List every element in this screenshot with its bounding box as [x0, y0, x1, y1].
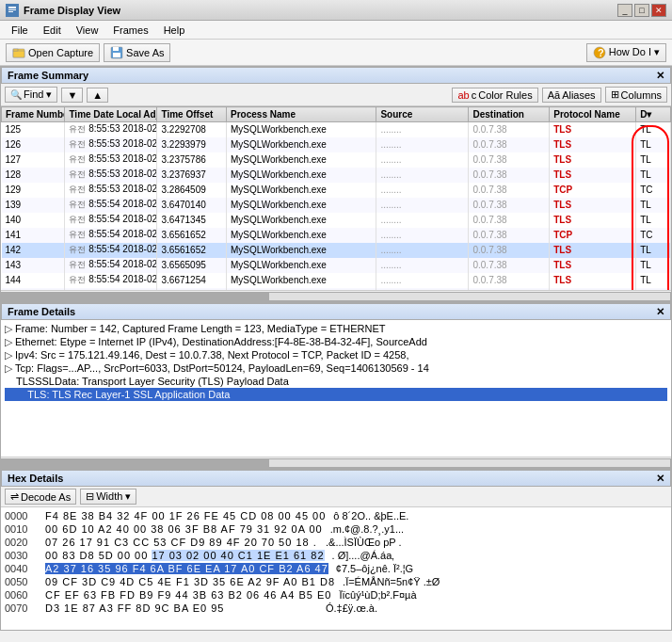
scrollbar-thumb[interactable] — [2, 293, 269, 300]
color-rules-button[interactable]: abc Color Rules — [452, 88, 537, 103]
col-header-protocol[interactable]: Protocol Name — [550, 107, 636, 122]
titlebar: Frame Display View _ □ ✕ — [0, 0, 672, 21]
cell-offset: 3.6471345 — [157, 213, 227, 228]
table-row[interactable]: 142 유전 8:55:54 2018-02-27 3.6561652 MySQ… — [2, 243, 671, 258]
table-row[interactable]: 125 유전 8:55:53 2018-02-27 3.2292708 MySQ… — [2, 122, 671, 137]
table-row[interactable]: 143 유전 8:55:54 2018-02-27 3.6565095 MySQ… — [2, 258, 671, 273]
expand-icon[interactable]: ▷ — [5, 362, 12, 375]
col-header-destination[interactable]: Destination — [469, 107, 550, 122]
expand-icon[interactable]: ▷ — [5, 349, 12, 361]
svg-rect-2 — [8, 9, 16, 10]
hex-line: 0030 00 83 D8 5D 00 00 17 03 02 00 40 C1… — [5, 549, 667, 562]
hex-bytes: F4 8E 38 B4 32 4F 00 1F 26 FE 45 CD 08 0… — [45, 510, 326, 522]
save-as-button[interactable]: Save As — [104, 43, 170, 62]
table-header-row: Frame Number Time Date Local Adjusted Ti… — [2, 107, 671, 122]
col-header-offset[interactable]: Time Offset — [157, 107, 227, 122]
frame-detail-line[interactable]: TLSSSLData: Transport Layer Security (TL… — [5, 375, 667, 388]
table-row[interactable]: 139 유전 8:55:54 2018-02-27 3.6470140 MySQ… — [2, 198, 671, 213]
find-icon: 🔍 — [10, 89, 22, 100]
menu-view[interactable]: View — [69, 23, 106, 38]
table-row[interactable]: 140 유전 8:55:54 2018-02-27 3.6471345 MySQ… — [2, 213, 671, 228]
aliases-button[interactable]: Aā Aliases — [542, 88, 601, 103]
frame-details-close[interactable]: ✕ — [656, 306, 664, 318]
cell-destination: 0.0.7.38 — [469, 137, 550, 152]
frame-details-header: Frame Details ✕ — [1, 303, 671, 320]
hex-details-close[interactable]: ✕ — [656, 473, 664, 485]
hex-ascii: ô 8´2O.. &þE..E. — [333, 510, 408, 522]
fd-scrollbar-thumb[interactable] — [2, 459, 269, 467]
table-row[interactable]: 141 유전 8:55:54 2018-02-27 3.6561652 MySQ… — [2, 228, 671, 243]
frame-summary-panel: Frame Summary ✕ 🔍 Find ▾ ▼ ▲ abc Color R… — [0, 66, 672, 302]
columns-button[interactable]: ⊞ Columns — [605, 87, 667, 103]
cell-frame-number: 139 — [2, 198, 65, 213]
hex-line: 0070 D3 1E 87 A3 FF 8D 9C BA E0 95 Ó.‡£ÿ… — [5, 602, 667, 615]
table-row[interactable]: 129 유전 8:55:53 2018-02-27 3.2864509 MySQ… — [2, 183, 671, 198]
cell-destination: 0.0.7.38 — [469, 243, 550, 258]
find-button[interactable]: 🔍 Find ▾ — [5, 87, 57, 103]
col-header-source[interactable]: Source — [376, 107, 469, 122]
frame-detail-text: Ethernet: Etype = Internet IP (IPv4), De… — [15, 336, 427, 347]
hex-line: 0060 CF EF 63 FB FD B9 F9 44 3B 63 B2 06… — [5, 588, 667, 602]
hex-bytes: D3 1E 87 A3 FF 8D 9C BA E0 95 — [45, 602, 318, 614]
cell-process: MySQLWorkbench.exe — [227, 273, 376, 288]
hex-content[interactable]: 0000 F4 8E 38 B4 32 4F 00 1F 26 FE 45 CD… — [1, 507, 671, 630]
frame-detail-line[interactable]: ▷Ethernet: Etype = Internet IP (IPv4), D… — [5, 335, 667, 348]
cell-offset: 3.6676044 — [157, 288, 227, 291]
hex-ascii: ¢7.5–ôj¿nê. Ï².¦G — [336, 563, 413, 574]
how-do-i-button[interactable]: ? How Do I ▾ — [586, 43, 666, 62]
expand-icon[interactable]: ▷ — [5, 336, 12, 348]
open-capture-button[interactable]: Open Capture — [6, 43, 100, 62]
cell-frame-number: 144 — [2, 273, 65, 288]
minimize-button[interactable]: _ — [617, 4, 632, 17]
frame-detail-line[interactable]: ▷Tcp: Flags=...AP..., SrcPort=6033, DstP… — [5, 361, 667, 375]
menu-help[interactable]: Help — [156, 23, 193, 38]
cell-info: TL — [636, 288, 671, 291]
fd-scrollbar-track[interactable] — [1, 458, 671, 468]
restore-button[interactable]: □ — [634, 4, 649, 17]
hex-ascii: Ó.‡£ÿ.œ.à. — [326, 602, 377, 614]
frame-detail-line[interactable]: ▷Ipv4: Src = 175.121.49.146, Dest = 10.0… — [5, 348, 667, 361]
col-header-process[interactable]: Process Name — [227, 107, 376, 122]
horizontal-scrollbar[interactable] — [1, 290, 671, 301]
cell-protocol: TLS — [550, 122, 636, 137]
close-button[interactable]: ✕ — [651, 4, 666, 17]
cell-frame-number: 126 — [2, 137, 65, 152]
cell-frame-number: 142 — [2, 243, 65, 258]
col-header-time[interactable]: Time Date Local Adjusted — [65, 107, 157, 122]
table-row[interactable]: 126 유전 8:55:53 2018-02-27 3.2293979 MySQ… — [2, 137, 671, 152]
hex-details-header: Hex Details ✕ — [1, 470, 671, 487]
frame-summary-close[interactable]: ✕ — [656, 70, 664, 82]
frame-details-scrollbar[interactable] — [1, 457, 671, 468]
frame-details-content[interactable]: ▷Frame: Number = 142, Captured Frame Len… — [1, 320, 671, 457]
decode-as-button[interactable]: ⇌ Decode As — [5, 489, 76, 505]
frame-table-container[interactable]: Frame Number Time Date Local Adjusted Ti… — [1, 106, 671, 290]
table-row[interactable]: 128 유전 8:55:53 2018-02-27 3.2376937 MySQ… — [2, 168, 671, 183]
table-row[interactable]: 145 유전 8:55:54 2018-02-27 3.6676044 MySQ… — [2, 288, 671, 291]
hex-bytes: 07 26 17 91 C3 CC 53 CF D9 89 4F 20 70 5… — [45, 537, 318, 548]
arrow-down-button[interactable]: ▼ — [61, 88, 83, 103]
window-controls[interactable]: _ □ ✕ — [617, 4, 666, 17]
table-row[interactable]: 144 유전 8:55:54 2018-02-27 3.6671254 MySQ… — [2, 273, 671, 288]
width-button[interactable]: ⊟ Width ▾ — [80, 489, 136, 505]
menu-frames[interactable]: Frames — [105, 23, 155, 38]
cell-info: TC — [636, 228, 671, 243]
scrollbar-track[interactable] — [1, 292, 671, 301]
menu-file[interactable]: File — [4, 23, 36, 38]
frame-detail-line[interactable]: ▷Frame: Number = 142, Captured Frame Len… — [5, 322, 667, 335]
svg-text:?: ? — [598, 47, 604, 58]
expand-icon[interactable]: ▷ — [5, 323, 12, 335]
col-header-info[interactable]: D▾ — [636, 107, 671, 122]
main-toolbar: Open Capture Save As ? How Do I ▾ — [0, 40, 672, 66]
cell-process: MySQLWorkbench.exe — [227, 168, 376, 183]
find-label: Find ▾ — [24, 88, 52, 101]
arrow-down-icon: ▼ — [67, 89, 77, 101]
table-row[interactable]: 127 유전 8:55:53 2018-02-27 3.2375786 MySQ… — [2, 152, 671, 168]
cell-process: MySQLWorkbench.exe — [227, 288, 376, 291]
arrow-up-button[interactable]: ▲ — [87, 88, 108, 103]
col-header-frame-number[interactable]: Frame Number — [2, 107, 65, 122]
frame-detail-line[interactable]: TLS: TLS Rec Layer-1 SSL Application Dat… — [5, 388, 667, 401]
menu-edit[interactable]: Edit — [36, 23, 69, 38]
svg-rect-1 — [8, 7, 16, 8]
cell-destination: 0.0.7.38 — [469, 168, 550, 183]
cell-info: TL — [636, 152, 671, 168]
